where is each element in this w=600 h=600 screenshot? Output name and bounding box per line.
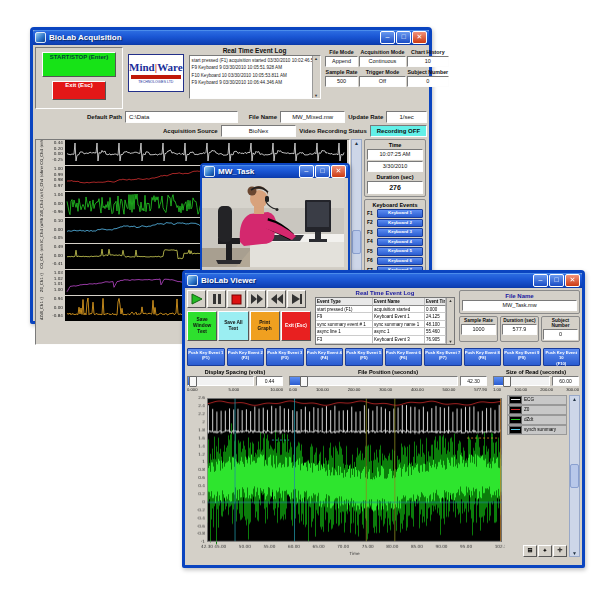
minimize-button[interactable]: – [380, 31, 395, 44]
acquisition-titlebar[interactable]: BioLab Acquisition – □ ✕ [33, 30, 429, 45]
keyboard-event-button[interactable]: Keyboard 1 [377, 209, 423, 218]
event-cell[interactable]: sync summary event # 1 [316, 321, 373, 329]
push-key-button-f2[interactable]: Push Key Event 2(F2) [227, 348, 265, 366]
slider-value-field[interactable]: 60.00 [552, 376, 579, 386]
setting-value[interactable]: 500 [325, 76, 359, 87]
setting-value[interactable]: Continuous [359, 56, 405, 67]
exit-button[interactable]: Exit (Esc) [52, 81, 106, 100]
scrollbar-thumb[interactable] [352, 230, 361, 254]
event-log-box[interactable]: start pressed (F1) acquisition started 0… [189, 55, 321, 99]
play-button[interactable] [187, 290, 206, 308]
event-cell[interactable]: F9 [316, 313, 373, 321]
keyboard-event-button[interactable]: Keyboard 2 [377, 219, 423, 228]
scroll-up-icon[interactable]: ▲ [314, 56, 318, 61]
event-cell[interactable]: sync summary name 1 [373, 321, 425, 329]
scrollbar-thumb[interactable] [570, 464, 579, 488]
keyboard-event-button[interactable]: Keyboard 3 [377, 228, 423, 237]
scroll-up-icon[interactable]: ▲ [354, 140, 359, 146]
slider-value-field[interactable]: 42.30 [460, 376, 487, 386]
event-table-scrollbar[interactable]: ▲▼ [446, 298, 454, 344]
legend-item-Z0[interactable]: Z0 [507, 405, 567, 415]
close-button[interactable]: ✕ [412, 31, 427, 44]
duration-field[interactable]: 577.9 [502, 324, 537, 335]
print-graph-button[interactable]: Print Graph [250, 311, 280, 341]
push-key-button-f3[interactable]: Push Key Event 3(F3) [266, 348, 304, 366]
event-cell[interactable]: async 1 [373, 328, 425, 336]
exit-esc--button[interactable]: Exit (Esc) [281, 311, 311, 341]
push-key-button-f1[interactable]: Push Key Event 1(F1) [187, 348, 225, 366]
slider-value-field[interactable]: 0.44 [256, 376, 283, 386]
legend-item-dZdt[interactable]: dZdt [507, 415, 567, 425]
graph-tool-button[interactable]: ✛ [553, 545, 567, 557]
push-key-button-f9[interactable]: Push Key Event 9(F9) [503, 348, 541, 366]
save-all-text-button[interactable]: Save All Text [218, 311, 248, 341]
event-cell[interactable]: 48.100 [425, 321, 446, 329]
event-cell[interactable]: async line 1 [316, 328, 373, 336]
slider-thumb[interactable] [503, 376, 511, 387]
setting-value[interactable]: Off [359, 76, 405, 87]
skip-to-end-button[interactable] [287, 290, 306, 308]
event-cell[interactable]: acquisition started [373, 306, 425, 314]
maximize-button[interactable]: □ [315, 165, 330, 178]
slider-track[interactable] [187, 376, 254, 386]
push-key-button-f4[interactable]: Push Key Event 4(F4) [306, 348, 344, 366]
minimize-button[interactable]: – [299, 165, 314, 178]
maximize-button[interactable]: □ [396, 31, 411, 44]
video-status-field[interactable]: Recording OFF [370, 125, 427, 137]
viewer-graph[interactable] [187, 395, 505, 557]
pause-button[interactable] [207, 290, 226, 308]
close-button[interactable]: ✕ [565, 274, 580, 287]
start-stop-button[interactable]: START/STOP (Enter) [42, 52, 116, 77]
event-cell[interactable]: 55.460 [425, 328, 446, 336]
push-key-button-f5[interactable]: Push Key Event 5(F5) [345, 348, 383, 366]
update-rate-field[interactable]: 1/sec [386, 111, 427, 123]
close-button[interactable]: ✕ [331, 165, 346, 178]
push-key-button-f6[interactable]: Push Key Event 6(F6) [385, 348, 423, 366]
scroll-down-icon[interactable]: ▼ [572, 550, 577, 556]
legend-item-ECG[interactable]: ECG [507, 395, 567, 405]
acquisition-source-field[interactable]: BioNex [221, 125, 297, 137]
file-name-field[interactable]: MW_Mixed.mw [280, 111, 345, 123]
event-cell[interactable]: Keyboard Event 1 [373, 313, 425, 321]
push-key-button-f10[interactable]: Push Key Event 10(F10) [543, 348, 581, 366]
scroll-down-icon[interactable]: ▼ [314, 93, 318, 98]
event-cell[interactable]: 0.000 [425, 306, 446, 314]
fast-forward-button[interactable] [247, 290, 266, 308]
keyboard-event-button[interactable]: Keyboard 6 [377, 257, 423, 266]
setting-value[interactable]: 10 [407, 56, 450, 67]
channel-plot[interactable] [36, 140, 347, 165]
event-log-scrollbar[interactable]: ▲▼ [312, 56, 320, 98]
keyboard-event-button[interactable]: Keyboard 5 [377, 247, 423, 256]
event-table[interactable]: Event TypeEvent NameEvent Timestart pres… [316, 298, 446, 344]
scroll-down-icon[interactable]: ▼ [449, 339, 453, 344]
event-cell[interactable]: Keyboard Event 3 [373, 336, 425, 344]
file-name-field[interactable]: MW_Task.mw [462, 300, 577, 311]
event-cell[interactable]: start pressed (F1) [316, 306, 373, 314]
event-cell[interactable]: 24.125 [425, 313, 446, 321]
setting-value[interactable]: 0 [407, 76, 450, 87]
viewer-titlebar[interactable]: BioLab Viewer – □ ✕ [185, 273, 582, 288]
maximize-button[interactable]: □ [549, 274, 564, 287]
push-key-button-f8[interactable]: Push Key Event 8(F8) [464, 348, 502, 366]
graph-tool-button[interactable]: ⊞ [523, 545, 537, 557]
push-key-button-f7[interactable]: Push Key Event 7(F7) [424, 348, 462, 366]
keyboard-event-button[interactable]: Keyboard 4 [377, 238, 423, 247]
legend-item-synch-summary[interactable]: synch summary [507, 425, 567, 435]
scroll-up-icon[interactable]: ▲ [449, 298, 453, 303]
graph-scrollbar[interactable]: ▲▼ [569, 395, 580, 557]
subject-number-field[interactable]: 0 [543, 329, 578, 340]
channel-strip-1[interactable] [36, 140, 349, 165]
save-window-text-button[interactable]: Save Window Text [187, 311, 217, 341]
default-path-field[interactable]: C:\Data [125, 111, 238, 123]
setting-value[interactable]: Append [325, 56, 359, 67]
stop-button[interactable] [227, 290, 246, 308]
event-cell[interactable]: F3 [316, 336, 373, 344]
video-titlebar[interactable]: MW_Task – □ ✕ [202, 165, 348, 178]
rewind-button[interactable] [267, 290, 286, 308]
slider-track[interactable] [493, 376, 550, 386]
scroll-up-icon[interactable]: ▲ [572, 396, 577, 402]
slider-thumb[interactable] [300, 376, 308, 387]
minimize-button[interactable]: – [533, 274, 548, 287]
slider-thumb[interactable] [189, 376, 197, 387]
sample-rate-field[interactable]: 1000 [461, 324, 496, 335]
